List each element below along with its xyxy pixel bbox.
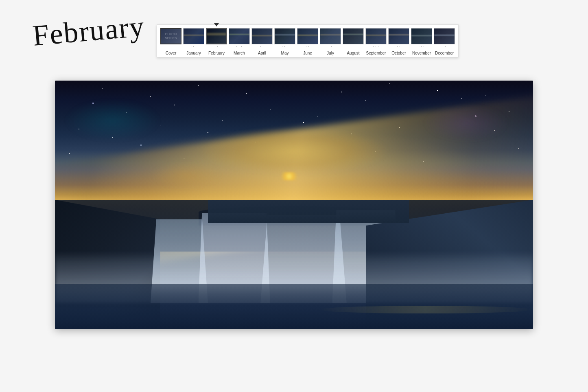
thumb-label-cover: Cover	[166, 51, 177, 55]
thumb-dots-nov: · · ·	[419, 45, 425, 50]
thumb-dots-jan: · · ·	[191, 45, 197, 50]
thumb-dots-apr: · ·	[260, 45, 264, 50]
thumb-label-sep: September	[366, 51, 386, 55]
thumb-may[interactable]: · · · May	[273, 28, 296, 57]
thumb-label-feb: February	[208, 51, 225, 55]
thumb-february[interactable]: · · February	[205, 28, 228, 57]
thumb-september[interactable]: · · · September	[365, 28, 387, 57]
thumb-dots-sep: · · ·	[373, 45, 379, 50]
thumb-august[interactable]: · August	[342, 28, 365, 57]
thumb-march[interactable]: · · · March	[228, 28, 251, 57]
thumb-label-nov: November	[412, 51, 431, 55]
thumb-label-dec: December	[435, 51, 454, 55]
waterfall-foreground	[55, 200, 533, 329]
thumb-dots-jul: · ·	[329, 45, 332, 50]
thumb-dots-oct: · ·	[397, 45, 401, 50]
thumb-label-may: May	[281, 51, 289, 55]
thumb-november[interactable]: · · · November	[410, 28, 433, 57]
main-image	[55, 81, 533, 329]
scene-background	[55, 81, 533, 329]
thumb-label-jun: June	[303, 51, 312, 55]
thumb-label-mar: March	[234, 51, 245, 55]
thumbnail-row: PHOTOSERIES Cover · · · January	[157, 24, 459, 57]
thumb-label-jul: July	[327, 51, 334, 55]
thumb-dots-dec: · ·	[443, 45, 446, 50]
thumb-january[interactable]: · · · January	[182, 28, 205, 57]
thumb-cover[interactable]: PHOTOSERIES Cover	[160, 28, 182, 57]
thumb-dots-jun: · ·	[306, 45, 310, 50]
thumb-dots-may: · · ·	[282, 45, 288, 50]
month-title: February	[31, 11, 146, 50]
thumb-july[interactable]: · · July	[319, 28, 342, 57]
thumb-december[interactable]: · · December	[433, 28, 456, 57]
thumbnail-strip: PHOTOSERIES Cover · · · January	[157, 24, 459, 57]
thumb-june[interactable]: · · June	[296, 28, 319, 57]
thumb-label-oct: October	[391, 51, 406, 55]
thumb-label-aug: August	[347, 51, 359, 55]
thumb-dots-mar: · · ·	[236, 45, 243, 50]
thumb-october[interactable]: · · October	[387, 28, 410, 57]
thumb-april[interactable]: · · April	[251, 28, 273, 57]
thumb-dots-feb: · ·	[215, 45, 219, 50]
thumb-label-jan: January	[186, 51, 201, 55]
thumb-label-apr: April	[258, 51, 266, 55]
thumb-dots-aug: ·	[353, 45, 354, 50]
